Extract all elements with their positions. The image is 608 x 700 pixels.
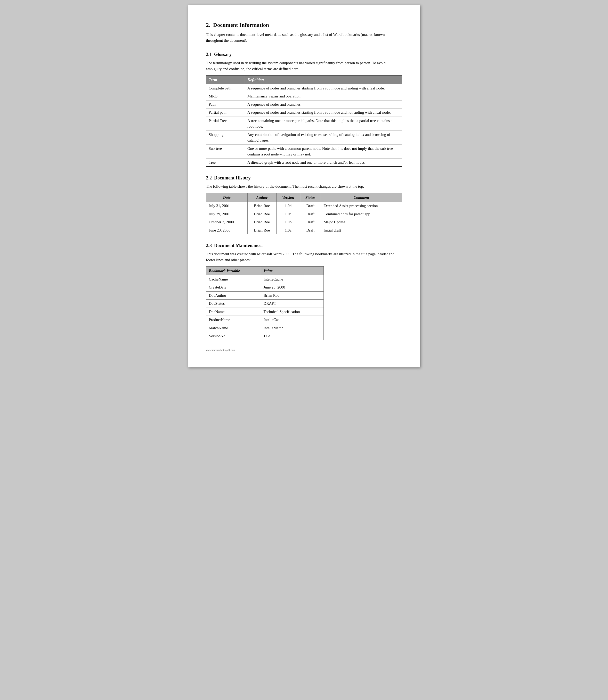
section-2-intro: This chapter contains document-level met… xyxy=(206,32,402,43)
bookmark-variable: CacheName xyxy=(206,275,261,283)
section-23-title: 2.3 Document Maintenance. xyxy=(206,242,402,249)
glossary-definition: A directed graph with a root node and on… xyxy=(245,158,402,167)
glossary-term: Path xyxy=(206,100,245,109)
section-21-title: 2.1 Glossary xyxy=(206,51,402,58)
bookmark-value: June 23, 2000 xyxy=(261,283,323,292)
table-row: ShoppingAny combination of navigation of… xyxy=(206,131,402,144)
glossary-term: Partial path xyxy=(206,109,245,117)
history-cell: Major Update xyxy=(321,218,402,226)
history-column-header: Author xyxy=(247,193,276,202)
glossary-term: Shopping xyxy=(206,131,245,144)
history-cell: Brian Roe xyxy=(247,210,276,218)
history-cell: Brian Roe xyxy=(247,226,276,234)
glossary-definition: A sequence of nodes and branches startin… xyxy=(245,84,402,92)
glossary-definition: Maintenance, repair and operation xyxy=(245,92,402,100)
table-row: MROMaintenance, repair and operation xyxy=(206,92,402,100)
glossary-header-term: Term xyxy=(206,76,245,84)
bookmark-value: Technical Specification xyxy=(261,308,323,316)
glossary-term: Tree xyxy=(206,158,245,167)
history-column-header: Status xyxy=(300,193,321,202)
section-21-intro: The terminology used in describing the s… xyxy=(206,60,402,72)
history-column-header: Comment xyxy=(321,193,402,202)
glossary-term: Complete path xyxy=(206,84,245,92)
history-cell: 1.0c xyxy=(276,210,300,218)
bookmark-column-header: Bookmark Variable xyxy=(206,267,261,275)
section-22-title: 2.2 Document History xyxy=(206,175,402,181)
bookmark-value: IntelleMatch xyxy=(261,324,323,332)
table-row: VersionNo1.0d xyxy=(206,332,323,340)
table-row: October 2, 2000Brian Roe1.0bDraftMajor U… xyxy=(206,218,402,226)
history-cell: Brian Roe xyxy=(247,202,276,210)
bookmark-value: IntelleCache xyxy=(261,275,323,283)
table-row: June 23, 2000Brian Roe1.0aDraftInitial d… xyxy=(206,226,402,234)
table-row: DocStatusDRAFT xyxy=(206,299,323,308)
history-cell: 1.0d xyxy=(276,202,300,210)
table-row: PathA sequence of nodes and branches xyxy=(206,100,402,109)
history-cell: Draft xyxy=(300,202,321,210)
table-row: July 29, 2001Brian Roe1.0cDraftCombined … xyxy=(206,210,402,218)
bookmark-variable: MatchName xyxy=(206,324,261,332)
document-page: 2. Document Information This chapter con… xyxy=(188,5,420,367)
bookmark-value: IntelleCat xyxy=(261,316,323,324)
history-cell: June 23, 2000 xyxy=(206,226,247,234)
table-row: MatchNameIntelleMatch xyxy=(206,324,323,332)
history-cell: Initial draft xyxy=(321,226,402,234)
bookmark-value: Brian Roe xyxy=(261,291,323,299)
history-cell: October 2, 2000 xyxy=(206,218,247,226)
bookmark-variable: CreateDate xyxy=(206,283,261,292)
history-cell: Brian Roe xyxy=(247,218,276,226)
history-cell: 1.0b xyxy=(276,218,300,226)
section-23: 2.3 Document Maintenance. This document … xyxy=(206,242,402,340)
section-23-intro: This document was created with Microsoft… xyxy=(206,251,402,263)
glossary-definition: A sequence of nodes and branches startin… xyxy=(245,109,402,117)
history-table: DateAuthorVersionStatusComment July 31, … xyxy=(206,193,402,235)
table-row: ProductNameIntelleCat xyxy=(206,316,323,324)
history-cell: Extended Assist processing section xyxy=(321,202,402,210)
history-cell: Draft xyxy=(300,218,321,226)
history-cell: 1.0a xyxy=(276,226,300,234)
table-row: TreeA directed graph with a root node an… xyxy=(206,158,402,167)
glossary-definition: A tree containing one or more partial pa… xyxy=(245,117,402,131)
bookmark-variable: VersionNo xyxy=(206,332,261,340)
table-row: DocNameTechnical Specification xyxy=(206,308,323,316)
glossary-table: Term Definition Complete pathA sequence … xyxy=(206,75,402,167)
glossary-definition: A sequence of nodes and branches xyxy=(245,100,402,109)
glossary-term: MRO xyxy=(206,92,245,100)
glossary-term: Partial Tree xyxy=(206,117,245,131)
table-row: Partial TreeA tree containing one or mor… xyxy=(206,117,402,131)
bookmark-variable: DocName xyxy=(206,308,261,316)
bookmark-table: Bookmark VariableValue CacheNameIntelleC… xyxy=(206,266,324,340)
history-cell: Combined docs for patent app xyxy=(321,210,402,218)
bookmark-value: 1.0d xyxy=(261,332,323,340)
section-21: 2.1 Glossary The terminology used in des… xyxy=(206,51,402,167)
table-row: Sub-treeOne or more paths with a common … xyxy=(206,144,402,158)
table-row: DocAuthorBrian Roe xyxy=(206,291,323,299)
history-cell: July 31, 2001 xyxy=(206,202,247,210)
table-row: Complete pathA sequence of nodes and bra… xyxy=(206,84,402,92)
table-row: July 31, 2001Brian Roe1.0dDraftExtended … xyxy=(206,202,402,210)
history-cell: Draft xyxy=(300,210,321,218)
history-cell: July 29, 2001 xyxy=(206,210,247,218)
watermark: www.imperialtattoopdk.com xyxy=(206,348,402,352)
history-cell: Draft xyxy=(300,226,321,234)
glossary-definition: One or more paths with a common parent n… xyxy=(245,144,402,158)
section-2-title: 2. Document Information xyxy=(206,21,402,29)
table-row: CacheNameIntelleCache xyxy=(206,275,323,283)
history-column-header: Date xyxy=(206,193,247,202)
bookmark-column-header: Value xyxy=(261,267,323,275)
glossary-definition: Any combination of navigation of existin… xyxy=(245,131,402,144)
section-2: 2. Document Information This chapter con… xyxy=(206,21,402,43)
glossary-term: Sub-tree xyxy=(206,144,245,158)
glossary-header-definition: Definition xyxy=(245,76,402,84)
bookmark-variable: DocStatus xyxy=(206,299,261,308)
bookmark-value: DRAFT xyxy=(261,299,323,308)
section-22-intro: The following table shows the history of… xyxy=(206,183,402,190)
bookmark-variable: DocAuthor xyxy=(206,291,261,299)
section-22: 2.2 Document History The following table… xyxy=(206,175,402,234)
bookmark-variable: ProductName xyxy=(206,316,261,324)
table-row: CreateDateJune 23, 2000 xyxy=(206,283,323,292)
history-column-header: Version xyxy=(276,193,300,202)
table-row: Partial pathA sequence of nodes and bran… xyxy=(206,109,402,117)
